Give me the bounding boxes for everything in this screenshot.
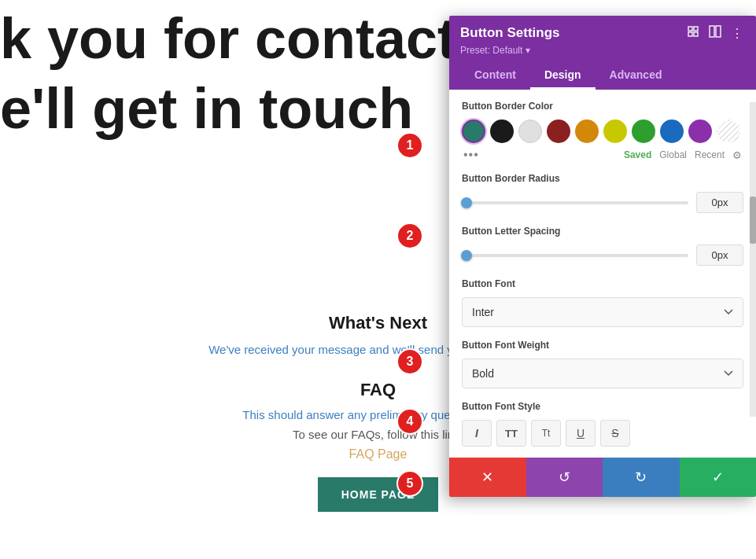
color-meta: ••• Saved Global Recent ⚙: [462, 148, 743, 162]
svg-rect-5: [716, 26, 721, 37]
color-swatch-darkred[interactable]: [547, 120, 570, 143]
svg-rect-4: [710, 26, 714, 37]
border-radius-thumb[interactable]: [461, 197, 472, 208]
color-swatch-white[interactable]: [518, 120, 542, 143]
button-settings-panel: Button Settings ⋮ Prese: [449, 16, 756, 497]
tab-design[interactable]: Design: [530, 62, 596, 90]
font-weight-label: Button Font Weight: [462, 340, 743, 351]
recent-label[interactable]: Recent: [695, 149, 725, 160]
capitalize-btn[interactable]: Tt: [531, 420, 561, 447]
font-style-buttons: I TT Tt U S: [462, 420, 743, 447]
color-swatch-green[interactable]: [632, 120, 655, 143]
uppercase-btn[interactable]: TT: [496, 420, 526, 447]
panel-actions: ✕ ↺ ↻ ✓: [449, 458, 756, 497]
preset-selector[interactable]: Preset: Default ▾: [460, 45, 530, 56]
tab-content[interactable]: Content: [460, 62, 530, 90]
strikethrough-btn[interactable]: S: [600, 420, 630, 447]
underline-btn[interactable]: U: [566, 420, 596, 447]
border-radius-value[interactable]: 0px: [696, 192, 743, 213]
color-swatch-yellow[interactable]: [603, 120, 627, 143]
redo-button[interactable]: ↻: [603, 458, 680, 497]
more-colors-icon[interactable]: •••: [463, 148, 479, 162]
color-swatch-black[interactable]: [490, 120, 514, 143]
svg-rect-1: [694, 27, 698, 31]
step-badge-1: 1: [396, 132, 423, 159]
letter-spacing-value[interactable]: 0px: [696, 245, 743, 266]
letter-spacing-slider-row: 0px: [462, 245, 743, 266]
step-badge-4: 4: [396, 408, 423, 435]
step-badge-2: 2: [396, 222, 423, 249]
letter-spacing-label: Button Letter Spacing: [462, 226, 743, 237]
letter-spacing-thumb[interactable]: [461, 250, 472, 261]
border-radius-track[interactable]: [462, 201, 688, 204]
step-badge-3: 3: [396, 348, 423, 375]
scrollbar-track: [750, 102, 756, 417]
font-select[interactable]: Inter Arial Georgia Roboto Open Sans: [462, 297, 743, 327]
color-swatch-purple[interactable]: [688, 120, 712, 143]
border-radius-slider-row: 0px: [462, 192, 743, 213]
global-label[interactable]: Global: [659, 149, 687, 160]
font-select-row: Inter Arial Georgia Roboto Open Sans: [462, 297, 743, 327]
panel-body: Button Border Color ••• Saved Global Rec…: [449, 90, 756, 458]
color-swatch-blue[interactable]: [660, 120, 684, 143]
border-color-label: Button Border Color: [462, 101, 743, 112]
color-swatch-none[interactable]: [717, 120, 740, 143]
color-swatch-teal[interactable]: [462, 120, 485, 143]
font-weight-select-row: Thin Light Regular Medium Bold ExtraBold…: [462, 359, 743, 388]
color-swatches: [462, 120, 743, 143]
color-swatch-orange[interactable]: [575, 120, 599, 143]
font-label: Button Font: [462, 278, 743, 289]
scrollbar-thumb[interactable]: [750, 197, 756, 244]
tab-advanced[interactable]: Advanced: [596, 62, 677, 90]
svg-rect-0: [688, 27, 692, 31]
letter-spacing-track[interactable]: [462, 254, 688, 257]
panel-title: Button Settings: [460, 25, 560, 41]
more-options-icon[interactable]: ⋮: [729, 24, 745, 42]
grid-icon[interactable]: [707, 24, 723, 42]
color-settings-icon[interactable]: ⚙: [732, 149, 742, 161]
svg-rect-3: [694, 32, 698, 36]
confirm-button[interactable]: ✓: [680, 458, 757, 497]
cancel-button[interactable]: ✕: [449, 458, 526, 497]
panel-tabs: Content Design Advanced: [460, 62, 745, 90]
font-weight-select[interactable]: Thin Light Regular Medium Bold ExtraBold…: [462, 359, 743, 388]
undo-button[interactable]: ↺: [526, 458, 603, 497]
panel-header-icons: ⋮: [685, 24, 745, 42]
svg-rect-2: [688, 32, 692, 36]
expand-icon[interactable]: [685, 24, 701, 42]
saved-label: Saved: [624, 149, 651, 160]
font-style-label: Button Font Style: [462, 401, 743, 412]
panel-header: Button Settings ⋮ Prese: [449, 16, 756, 90]
border-radius-label: Button Border Radius: [462, 173, 743, 184]
step-badge-5: 5: [396, 470, 423, 497]
italic-btn[interactable]: I: [462, 420, 492, 447]
